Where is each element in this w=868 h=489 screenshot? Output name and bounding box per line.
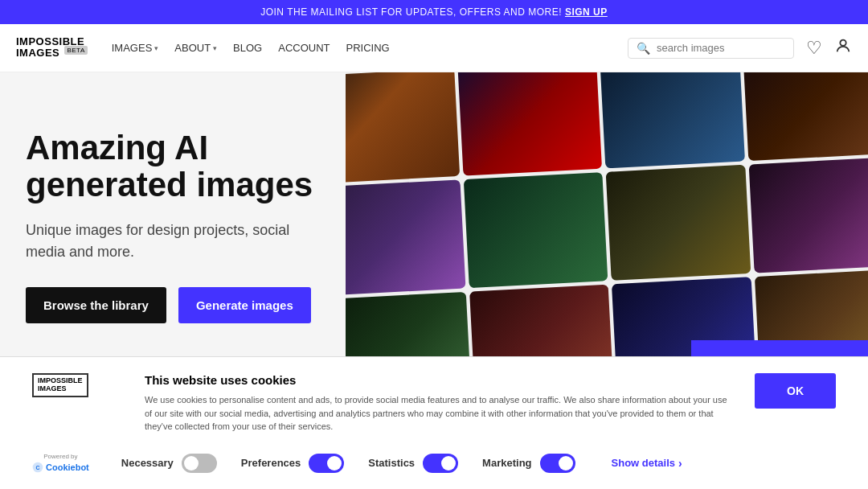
cookie-site-logo: IMPOSSIBLE IMAGES	[32, 373, 88, 397]
cookie-top: IMPOSSIBLE IMAGES This website uses cook…	[32, 373, 836, 434]
grid-image-2	[457, 72, 602, 176]
grid-image-8	[748, 158, 868, 273]
show-details-button[interactable]: Show details ›	[612, 457, 682, 470]
powered-by: Powered by C Cookiebot	[32, 453, 89, 473]
top-banner: JOIN THE MAILING LIST FOR UPDATES, OFFER…	[0, 0, 868, 24]
banner-text: JOIN THE MAILING LIST FOR UPDATES, OFFER…	[260, 6, 562, 18]
statistics-label: Statistics	[368, 457, 415, 469]
necessary-label: Necessary	[121, 457, 174, 469]
header: IMPOSSIBLE IMAGES BETA IMAGES ▾ ABOUT ▾ …	[0, 24, 868, 72]
cookie-banner: IMPOSSIBLE IMAGES This website uses cook…	[0, 356, 868, 489]
cookie-title: This website uses cookies	[145, 373, 731, 387]
svg-point-0	[840, 39, 845, 45]
nav-item-images[interactable]: IMAGES ▾	[112, 42, 159, 54]
grid-image-3	[600, 72, 744, 169]
marketing-toggle[interactable]	[540, 454, 575, 473]
nav-item-account[interactable]: ACCOUNT	[278, 42, 330, 54]
signup-link[interactable]: SIGN UP	[565, 6, 608, 18]
generate-images-button[interactable]: Generate images	[178, 287, 311, 323]
search-input[interactable]	[657, 42, 785, 54]
preferences-label: Preferences	[241, 457, 301, 469]
logo[interactable]: IMPOSSIBLE IMAGES BETA	[16, 36, 88, 60]
beta-badge: BETA	[64, 46, 87, 55]
hero-subtitle: Unique images for design projects, socia…	[26, 220, 320, 263]
hero-title: Amazing AI generated images	[26, 129, 320, 203]
cookiebot-logo: C Cookiebot	[32, 462, 89, 473]
logo-line2: IMAGES BETA	[16, 47, 88, 60]
search-icon: 🔍	[637, 42, 650, 55]
grid-image-7	[606, 165, 751, 280]
marketing-consent: Marketing	[482, 454, 575, 473]
user-icon[interactable]	[834, 37, 852, 60]
grid-image-4	[743, 72, 868, 161]
nav-item-blog[interactable]: BLOG	[233, 42, 262, 54]
hero-section: Amazing AI generated images Unique image…	[0, 72, 868, 380]
grid-image-5	[346, 180, 465, 295]
hero-buttons: Browse the library Generate images	[26, 287, 320, 323]
cookie-logo: IMPOSSIBLE IMAGES	[32, 373, 121, 397]
marketing-label: Marketing	[482, 457, 531, 469]
browse-library-button[interactable]: Browse the library	[26, 287, 166, 323]
svg-text:C: C	[35, 465, 39, 471]
statistics-consent: Statistics	[368, 454, 458, 473]
wishlist-icon[interactable]: ♡	[806, 38, 822, 59]
cookie-ok-button[interactable]: OK	[755, 373, 836, 409]
grid-image-6	[463, 172, 608, 287]
preferences-toggle[interactable]	[309, 454, 344, 473]
chevron-down-icon: ▾	[213, 44, 217, 52]
main-nav: IMAGES ▾ ABOUT ▾ BLOG ACCOUNT PRICING	[112, 42, 628, 54]
necessary-toggle[interactable]	[182, 454, 217, 473]
cookie-content: This website uses cookies We use cookies…	[121, 373, 755, 434]
necessary-consent: Necessary	[121, 454, 217, 473]
hero-image-grid	[346, 72, 868, 380]
header-icons: ♡	[806, 37, 852, 60]
chevron-down-icon: ▾	[154, 44, 158, 52]
cookie-bottom: Powered by C Cookiebot Necessary Prefere…	[32, 449, 836, 473]
nav-item-about[interactable]: ABOUT ▾	[174, 42, 217, 54]
hero-left: Amazing AI generated images Unique image…	[0, 72, 346, 380]
cookie-description: We use cookies to personalise content an…	[145, 393, 731, 434]
preferences-consent: Preferences	[241, 454, 344, 473]
image-grid	[346, 72, 868, 380]
search-area[interactable]: 🔍	[628, 38, 794, 59]
statistics-toggle[interactable]	[423, 454, 458, 473]
nav-item-pricing[interactable]: PRICING	[346, 42, 390, 54]
grid-image-1	[346, 72, 460, 183]
chevron-right-icon: ›	[678, 457, 682, 470]
